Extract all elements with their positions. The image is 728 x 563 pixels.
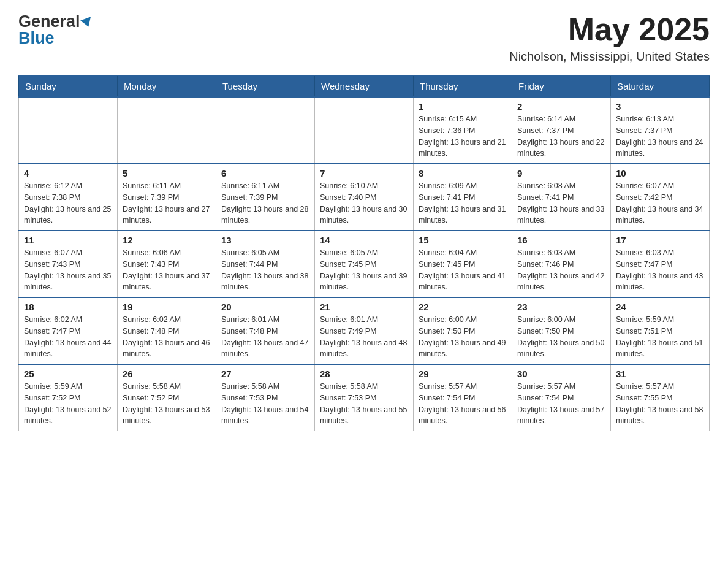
- day-info: Sunrise: 5:58 AMSunset: 7:52 PMDaylight:…: [123, 381, 211, 427]
- day-number: 5: [123, 168, 211, 178]
- day-number: 2: [517, 101, 605, 112]
- day-number: 13: [221, 235, 309, 245]
- day-info: Sunrise: 5:59 AMSunset: 7:52 PMDaylight:…: [24, 381, 112, 427]
- day-info: Sunrise: 5:57 AMSunset: 7:54 PMDaylight:…: [419, 381, 507, 427]
- calendar-header-wednesday: Wednesday: [315, 75, 414, 97]
- day-info: Sunrise: 6:14 AMSunset: 7:37 PMDaylight:…: [517, 113, 605, 159]
- calendar-cell: 17Sunrise: 6:03 AMSunset: 7:47 PMDayligh…: [611, 231, 710, 297]
- day-info: Sunrise: 5:59 AMSunset: 7:51 PMDaylight:…: [616, 314, 704, 360]
- day-info: Sunrise: 5:57 AMSunset: 7:55 PMDaylight:…: [616, 381, 704, 427]
- calendar-cell: 3Sunrise: 6:13 AMSunset: 7:37 PMDaylight…: [611, 97, 710, 164]
- day-info: Sunrise: 6:12 AMSunset: 7:38 PMDaylight:…: [24, 180, 112, 226]
- day-info: Sunrise: 6:07 AMSunset: 7:42 PMDaylight:…: [616, 180, 704, 226]
- calendar-header-thursday: Thursday: [414, 75, 512, 97]
- day-number: 16: [517, 235, 605, 245]
- day-info: Sunrise: 6:01 AMSunset: 7:48 PMDaylight:…: [221, 314, 309, 360]
- day-number: 20: [221, 302, 309, 312]
- day-number: 14: [320, 235, 408, 245]
- calendar-header-tuesday: Tuesday: [216, 75, 315, 97]
- calendar-cell: 9Sunrise: 6:08 AMSunset: 7:41 PMDaylight…: [512, 164, 611, 231]
- day-number: 21: [320, 302, 408, 312]
- day-number: 11: [24, 235, 112, 245]
- calendar-header-monday: Monday: [118, 75, 216, 97]
- logo: General Blue: [18, 12, 93, 48]
- day-info: Sunrise: 6:03 AMSunset: 7:46 PMDaylight:…: [517, 247, 605, 293]
- day-info: Sunrise: 6:11 AMSunset: 7:39 PMDaylight:…: [123, 180, 211, 226]
- day-info: Sunrise: 6:01 AMSunset: 7:49 PMDaylight:…: [320, 314, 408, 360]
- calendar-cell: 7Sunrise: 6:10 AMSunset: 7:40 PMDaylight…: [315, 164, 414, 231]
- day-number: 25: [24, 369, 112, 379]
- day-info: Sunrise: 5:58 AMSunset: 7:53 PMDaylight:…: [221, 381, 309, 427]
- day-info: Sunrise: 6:09 AMSunset: 7:41 PMDaylight:…: [419, 180, 507, 226]
- day-info: Sunrise: 6:00 AMSunset: 7:50 PMDaylight:…: [517, 314, 605, 360]
- calendar-cell: 14Sunrise: 6:05 AMSunset: 7:45 PMDayligh…: [315, 231, 414, 297]
- day-info: Sunrise: 6:07 AMSunset: 7:43 PMDaylight:…: [24, 247, 112, 293]
- day-number: 3: [616, 101, 704, 112]
- day-info: Sunrise: 6:06 AMSunset: 7:43 PMDaylight:…: [123, 247, 211, 293]
- calendar-cell: 8Sunrise: 6:09 AMSunset: 7:41 PMDaylight…: [414, 164, 512, 231]
- day-number: 30: [517, 369, 605, 379]
- day-number: 22: [419, 302, 507, 312]
- day-number: 4: [24, 168, 112, 178]
- day-info: Sunrise: 6:15 AMSunset: 7:36 PMDaylight:…: [419, 113, 507, 159]
- calendar-cell: 10Sunrise: 6:07 AMSunset: 7:42 PMDayligh…: [611, 164, 710, 231]
- calendar-cell: 28Sunrise: 5:58 AMSunset: 7:53 PMDayligh…: [315, 364, 414, 431]
- calendar-week-row: 11Sunrise: 6:07 AMSunset: 7:43 PMDayligh…: [19, 231, 710, 297]
- day-number: 10: [616, 168, 704, 178]
- day-number: 12: [123, 235, 211, 245]
- calendar-cell: 29Sunrise: 5:57 AMSunset: 7:54 PMDayligh…: [414, 364, 512, 431]
- day-info: Sunrise: 6:02 AMSunset: 7:48 PMDaylight:…: [123, 314, 211, 360]
- calendar-cell: 2Sunrise: 6:14 AMSunset: 7:37 PMDaylight…: [512, 97, 611, 164]
- calendar-cell: [315, 97, 414, 164]
- calendar-cell: [216, 97, 315, 164]
- day-number: 8: [419, 168, 507, 178]
- day-number: 27: [221, 369, 309, 379]
- day-number: 29: [419, 369, 507, 379]
- calendar-cell: 19Sunrise: 6:02 AMSunset: 7:48 PMDayligh…: [118, 297, 216, 364]
- calendar-cell: 5Sunrise: 6:11 AMSunset: 7:39 PMDaylight…: [118, 164, 216, 231]
- logo-blue-word: Blue: [18, 29, 93, 48]
- day-info: Sunrise: 6:10 AMSunset: 7:40 PMDaylight:…: [320, 180, 408, 226]
- day-number: 15: [419, 235, 507, 245]
- day-info: Sunrise: 6:03 AMSunset: 7:47 PMDaylight:…: [616, 247, 704, 293]
- calendar-cell: 13Sunrise: 6:05 AMSunset: 7:44 PMDayligh…: [216, 231, 315, 297]
- calendar-cell: 23Sunrise: 6:00 AMSunset: 7:50 PMDayligh…: [512, 297, 611, 364]
- day-info: Sunrise: 6:05 AMSunset: 7:45 PMDaylight:…: [320, 247, 408, 293]
- day-info: Sunrise: 5:57 AMSunset: 7:54 PMDaylight:…: [517, 381, 605, 427]
- day-info: Sunrise: 6:08 AMSunset: 7:41 PMDaylight:…: [517, 180, 605, 226]
- page-header: General Blue May 2025 Nicholson, Mississ…: [18, 12, 710, 64]
- calendar-cell: 26Sunrise: 5:58 AMSunset: 7:52 PMDayligh…: [118, 364, 216, 431]
- calendar-cell: 21Sunrise: 6:01 AMSunset: 7:49 PMDayligh…: [315, 297, 414, 364]
- day-number: 19: [123, 302, 211, 312]
- day-info: Sunrise: 6:00 AMSunset: 7:50 PMDaylight:…: [419, 314, 507, 360]
- day-number: 1: [419, 101, 507, 112]
- day-number: 31: [616, 369, 704, 379]
- calendar-cell: 30Sunrise: 5:57 AMSunset: 7:54 PMDayligh…: [512, 364, 611, 431]
- calendar-table: SundayMondayTuesdayWednesdayThursdayFrid…: [18, 75, 710, 431]
- day-number: 28: [320, 369, 408, 379]
- day-number: 7: [320, 168, 408, 178]
- calendar-header-row: SundayMondayTuesdayWednesdayThursdayFrid…: [19, 75, 710, 97]
- location-text: Nicholson, Mississippi, United States: [509, 50, 710, 64]
- day-info: Sunrise: 6:11 AMSunset: 7:39 PMDaylight:…: [221, 180, 309, 226]
- calendar-cell: 27Sunrise: 5:58 AMSunset: 7:53 PMDayligh…: [216, 364, 315, 431]
- day-info: Sunrise: 6:02 AMSunset: 7:47 PMDaylight:…: [24, 314, 112, 360]
- month-title: May 2025: [509, 12, 710, 47]
- calendar-week-row: 1Sunrise: 6:15 AMSunset: 7:36 PMDaylight…: [19, 97, 710, 164]
- calendar-cell: 15Sunrise: 6:04 AMSunset: 7:45 PMDayligh…: [414, 231, 512, 297]
- day-number: 26: [123, 369, 211, 379]
- day-number: 6: [221, 168, 309, 178]
- day-number: 24: [616, 302, 704, 312]
- calendar-cell: 11Sunrise: 6:07 AMSunset: 7:43 PMDayligh…: [19, 231, 118, 297]
- calendar-week-row: 25Sunrise: 5:59 AMSunset: 7:52 PMDayligh…: [19, 364, 710, 431]
- calendar-cell: [118, 97, 216, 164]
- day-info: Sunrise: 5:58 AMSunset: 7:53 PMDaylight:…: [320, 381, 408, 427]
- day-info: Sunrise: 6:13 AMSunset: 7:37 PMDaylight:…: [616, 113, 704, 159]
- calendar-cell: 4Sunrise: 6:12 AMSunset: 7:38 PMDaylight…: [19, 164, 118, 231]
- calendar-cell: 22Sunrise: 6:00 AMSunset: 7:50 PMDayligh…: [414, 297, 512, 364]
- calendar-cell: 6Sunrise: 6:11 AMSunset: 7:39 PMDaylight…: [216, 164, 315, 231]
- day-info: Sunrise: 6:04 AMSunset: 7:45 PMDaylight:…: [419, 247, 507, 293]
- day-number: 18: [24, 302, 112, 312]
- calendar-cell: 12Sunrise: 6:06 AMSunset: 7:43 PMDayligh…: [118, 231, 216, 297]
- calendar-cell: [19, 97, 118, 164]
